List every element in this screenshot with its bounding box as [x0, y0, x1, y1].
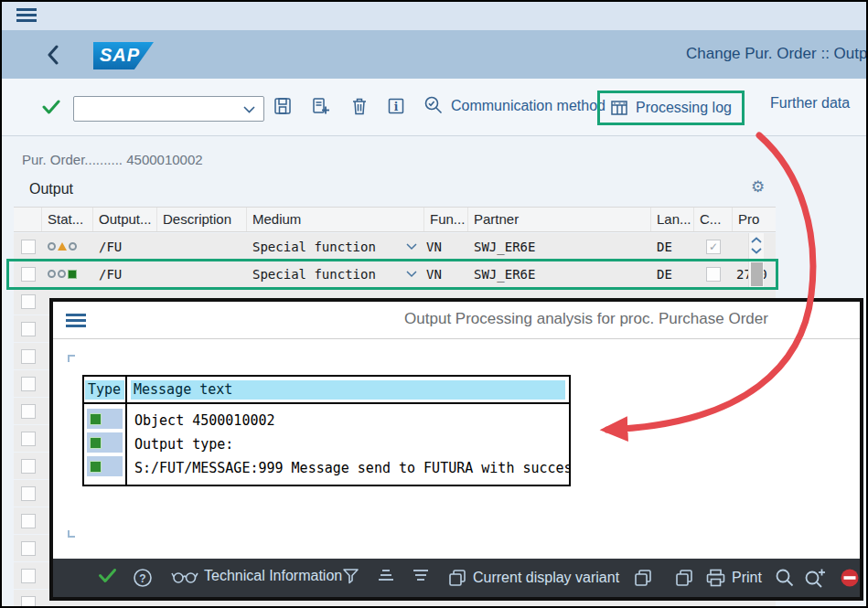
output-section-title: Output	[29, 181, 73, 197]
col-function[interactable]: Fun...	[424, 208, 468, 231]
main-toolbar: i Communication method Processing log Fu…	[2, 79, 866, 136]
menu-hamburger-icon[interactable]	[16, 8, 37, 23]
communication-method-button[interactable]: Communication method	[423, 95, 605, 116]
row-checkbox[interactable]	[21, 514, 36, 528]
row-checkbox[interactable]	[21, 541, 36, 556]
technical-information-button[interactable]: Technical Information	[171, 568, 342, 584]
popup-hamburger-icon[interactable]	[66, 314, 86, 327]
status-icons	[42, 233, 93, 260]
message-line: S:/FUT/MESSAGE:999 Message send to FUTUR…	[134, 456, 562, 480]
copy-button[interactable]	[674, 568, 694, 588]
sap-change-purchase-order-screen: { "app": { "header": { "title": "Change …	[0, 0, 868, 608]
col-pro[interactable]: Pro	[733, 208, 776, 231]
current-display-variant-button[interactable]: Current display variant	[447, 568, 619, 588]
processing-log-popup: Output Processing analysis for proc. Pur…	[49, 298, 863, 601]
row-checkbox[interactable]	[21, 377, 36, 391]
copy-button[interactable]	[633, 568, 653, 588]
row-checkbox[interactable]	[21, 432, 36, 446]
info-button[interactable]: i	[386, 96, 408, 118]
magnifier-check-icon	[423, 95, 445, 116]
status-circle-icon	[69, 242, 77, 251]
table-settings-gear-icon[interactable]: ⚙	[751, 177, 765, 197]
popup-title: Output Processing analysis for proc. Pur…	[404, 310, 768, 328]
further-data-button[interactable]: Further data	[770, 95, 850, 112]
cell-output-type: /FU	[93, 233, 157, 260]
processing-log-label: Processing log	[636, 100, 732, 116]
communication-method-label: Communication method	[451, 98, 605, 114]
success-square-icon	[90, 413, 102, 425]
cancel-stop-button[interactable]: C	[840, 568, 860, 588]
message-table-body: Object 4500010002 Output type: S:/FUT/ME…	[84, 404, 569, 485]
row-checkbox[interactable]	[21, 294, 36, 309]
pur-order-field: Pur. Order.......... 4500010002	[22, 152, 203, 167]
svg-text:?: ?	[139, 572, 145, 585]
row-checkbox[interactable]	[21, 459, 36, 474]
message-column-header: Message text	[131, 380, 565, 400]
cell-checkbox-checked[interactable]: ✓	[706, 240, 721, 254]
col-output-type[interactable]: Output...	[93, 208, 157, 231]
type-cell[interactable]	[87, 456, 123, 476]
cell-medium: Special function	[252, 240, 376, 254]
status-warning-triangle-icon	[58, 242, 67, 251]
print-button[interactable]: Print	[705, 568, 762, 588]
row-checkbox[interactable]	[21, 322, 36, 336]
top-bar	[2, 2, 866, 30]
app-header: SAP Change Pur. Order :: Outp	[2, 30, 866, 79]
table-row[interactable]: /FU Special function VN SWJ_ER6E DE ✓	[14, 233, 776, 260]
col-medium[interactable]: Medium	[247, 208, 424, 231]
sort-ascending-button[interactable]	[377, 568, 395, 582]
type-cell[interactable]	[87, 409, 123, 429]
row-checkbox[interactable]	[21, 349, 36, 364]
processing-log-table-icon	[610, 100, 628, 116]
confirm-check-icon[interactable]	[42, 100, 60, 114]
scroll-up-icon	[751, 237, 762, 244]
col-description[interactable]: Description	[157, 208, 247, 231]
row-checkbox[interactable]	[21, 240, 36, 254]
glasses-icon	[171, 569, 198, 584]
copy-window-icon	[447, 568, 467, 588]
select-all-column[interactable]	[14, 208, 42, 231]
popup-statusbar: ? Technical Information	[53, 559, 860, 597]
find-button[interactable]	[775, 568, 795, 588]
message-table-header: Type Message text	[84, 377, 569, 404]
success-square-icon	[90, 437, 102, 449]
cell-function: VN	[424, 233, 468, 260]
row-checkbox[interactable]	[21, 569, 36, 583]
command-input[interactable]	[78, 99, 238, 119]
cell-description	[157, 233, 247, 260]
row-checkbox[interactable]	[21, 486, 36, 501]
command-combobox[interactable]	[73, 96, 264, 122]
type-cell[interactable]	[87, 432, 123, 453]
popup-titlebar: Output Processing analysis for proc. Pur…	[53, 302, 860, 339]
row-highlight-annotation	[6, 259, 778, 290]
status-circle-icon	[48, 242, 56, 251]
create-document-button[interactable]	[310, 96, 332, 118]
col-c[interactable]: C...	[694, 208, 733, 231]
row-checkbox[interactable]	[21, 404, 36, 419]
chevron-down-icon[interactable]	[243, 106, 255, 113]
medium-dropdown-chevron-icon[interactable]	[406, 243, 417, 251]
processing-log-button[interactable]: Processing log	[597, 91, 745, 125]
screen-area-corner-mark	[68, 355, 75, 362]
further-data-label: Further data	[770, 95, 850, 112]
scroll-down-icon	[751, 247, 762, 254]
screen-area-corner-mark	[68, 530, 75, 538]
col-language[interactable]: Lan...	[651, 208, 694, 231]
type-column-header: Type	[85, 380, 124, 400]
sort-descending-button[interactable]	[412, 568, 430, 582]
col-partner[interactable]: Partner	[468, 208, 651, 231]
cell-partner: SWJ_ER6E	[468, 233, 651, 260]
help-button[interactable]: ?	[133, 568, 153, 588]
continue-check-button[interactable]	[98, 568, 117, 583]
filter-button[interactable]	[342, 568, 359, 584]
type-cells	[84, 404, 127, 485]
col-status[interactable]: Stat...	[42, 208, 93, 231]
find-next-button[interactable]	[804, 568, 826, 588]
printer-icon	[705, 568, 726, 588]
row-checkbox[interactable]	[21, 596, 36, 608]
message-line: Object 4500010002	[134, 409, 562, 432]
delete-trash-button[interactable]	[349, 96, 371, 118]
table-header-row: Stat... Output... Description Medium Fun…	[14, 207, 776, 232]
save-button[interactable]	[273, 96, 295, 118]
back-chevron-icon[interactable]	[46, 45, 60, 65]
